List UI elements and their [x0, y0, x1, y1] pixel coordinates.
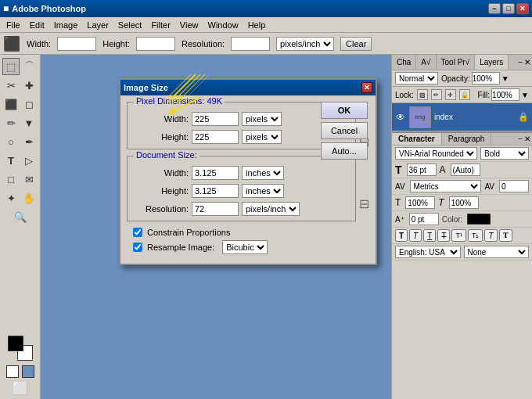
- italic-button[interactable]: T: [409, 229, 422, 242]
- blend-mode-select[interactable]: Normal: [395, 72, 438, 84]
- zoom-tool[interactable]: 🔍: [12, 208, 29, 225]
- lock-image-icon[interactable]: ✏: [431, 89, 442, 100]
- menu-image[interactable]: Image: [49, 20, 83, 31]
- layer-row[interactable]: 👁 img index 🔒: [392, 103, 532, 131]
- doc-resolution-input[interactable]: [192, 202, 239, 216]
- faux-italic-button[interactable]: T: [484, 229, 497, 242]
- faux-bold-button[interactable]: 𝐓: [499, 229, 512, 242]
- crop-tool[interactable]: ✂: [2, 77, 20, 94]
- dialog-close-button[interactable]: ✕: [361, 82, 372, 93]
- leading-input[interactable]: [451, 164, 480, 176]
- resolution-unit-select[interactable]: pixels/inch: [276, 37, 334, 51]
- foreground-color[interactable]: [8, 336, 23, 351]
- baseline-row: A⁺ Color:: [392, 211, 532, 228]
- healing-tool[interactable]: ✚: [20, 77, 38, 94]
- hand-tool[interactable]: ✋: [20, 189, 38, 207]
- minimize-button[interactable]: −: [488, 3, 501, 14]
- stamp-tool[interactable]: ⬛: [2, 95, 20, 113]
- menu-edit[interactable]: Edit: [25, 20, 49, 31]
- height-input[interactable]: [136, 37, 175, 51]
- resample-method-select[interactable]: Bicubic: [222, 240, 268, 254]
- rectangle-tool[interactable]: □: [2, 171, 20, 188]
- char-panel-close[interactable]: ✕: [524, 135, 530, 143]
- menu-help[interactable]: Help: [243, 20, 271, 31]
- opacity-arrow[interactable]: ▼: [501, 74, 509, 83]
- pixel-width-unit[interactable]: pixels: [242, 112, 282, 126]
- kerning-select[interactable]: Metrics: [410, 180, 482, 192]
- subscript-button[interactable]: T₁: [468, 229, 483, 242]
- lock-all-icon[interactable]: 🔒: [459, 89, 470, 100]
- width-input[interactable]: [57, 37, 96, 51]
- doc-resolution-unit[interactable]: pixels/inch: [242, 202, 300, 216]
- menu-layer[interactable]: Layer: [82, 20, 113, 31]
- menu-file[interactable]: File: [2, 20, 25, 31]
- horizontal-scale-input[interactable]: [405, 196, 435, 209]
- font-family-select[interactable]: VNi-Arial Rounded: [395, 147, 477, 160]
- font-size-row: T A: [392, 162, 532, 178]
- ok-button[interactable]: OK: [321, 102, 368, 119]
- doc-height-input[interactable]: [192, 184, 239, 198]
- tab-channels[interactable]: Cha: [392, 55, 416, 70]
- menu-filter[interactable]: Filter: [146, 20, 174, 31]
- tool-preset-picker[interactable]: ⬛: [3, 35, 20, 52]
- full-screen-mode[interactable]: ⬜: [13, 381, 28, 396]
- font-size-input[interactable]: [407, 164, 437, 176]
- doc-width-unit[interactable]: inches: [242, 166, 284, 180]
- lasso-tool[interactable]: ⌒: [20, 58, 38, 75]
- font-style-select[interactable]: Bold: [480, 147, 529, 160]
- lock-transparent-icon[interactable]: ▨: [417, 89, 428, 100]
- lock-position-icon[interactable]: ✛: [445, 89, 456, 100]
- clear-button[interactable]: Clear: [340, 37, 372, 51]
- layer-visibility-icon[interactable]: 👁: [395, 112, 406, 123]
- tab-paragraph[interactable]: Paragraph: [442, 133, 492, 145]
- menu-view[interactable]: View: [175, 20, 203, 31]
- auto-button[interactable]: Auto...: [321, 142, 368, 160]
- pixel-width-input[interactable]: [192, 112, 239, 126]
- resolution-input[interactable]: [231, 37, 270, 51]
- opacity-input[interactable]: [472, 72, 500, 84]
- marquee-tool[interactable]: ⬚: [2, 58, 20, 75]
- type-tool[interactable]: T: [2, 152, 20, 169]
- strikethrough-button[interactable]: T: [437, 229, 450, 242]
- tab-tool-presets[interactable]: Tool Pr√: [437, 55, 476, 70]
- pen-tool[interactable]: ✒: [20, 133, 38, 150]
- superscript-button[interactable]: T¹: [451, 229, 466, 242]
- tab-actions[interactable]: A√: [416, 55, 436, 70]
- eraser-tool[interactable]: ◻: [20, 95, 38, 113]
- aa-select[interactable]: None: [464, 246, 530, 258]
- panel-minimize-icon[interactable]: −: [518, 58, 523, 66]
- vertical-scale-input[interactable]: [449, 196, 479, 209]
- pixel-height-input[interactable]: [192, 130, 239, 144]
- char-panel-minimize[interactable]: −: [518, 135, 523, 143]
- tab-layers[interactable]: Layers: [475, 55, 509, 70]
- path-tool[interactable]: ▷: [20, 152, 38, 169]
- menu-window[interactable]: Window: [203, 20, 243, 31]
- fg-bg-colors[interactable]: [8, 336, 33, 361]
- maximize-button[interactable]: □: [502, 3, 515, 14]
- tab-character[interactable]: Character: [392, 133, 442, 145]
- color-swatch[interactable]: [467, 214, 491, 225]
- pixel-height-unit[interactable]: pixels: [242, 130, 282, 144]
- fill-arrow[interactable]: ▼: [521, 91, 529, 99]
- options-bar: ⬛ Width: Height: Resolution: pixels/inch…: [0, 33, 532, 55]
- eyedropper-tool[interactable]: ✦: [2, 189, 20, 207]
- menu-select[interactable]: Select: [113, 20, 147, 31]
- close-button[interactable]: ✕: [516, 3, 529, 14]
- underline-button[interactable]: T: [423, 229, 436, 242]
- paint-bucket-tool[interactable]: ▼: [20, 114, 38, 131]
- panel-close-icon[interactable]: ✕: [524, 58, 530, 66]
- brush-tool[interactable]: ✏: [2, 114, 20, 131]
- baseline-input[interactable]: [409, 213, 439, 225]
- notes-tool[interactable]: ✉: [20, 171, 38, 188]
- doc-width-input[interactable]: [192, 166, 239, 180]
- resample-image-checkbox[interactable]: [133, 243, 142, 252]
- language-select[interactable]: English: USA: [395, 246, 461, 258]
- doc-height-unit[interactable]: inches: [242, 184, 284, 198]
- constrain-proportions-checkbox[interactable]: [133, 228, 142, 237]
- tracking-input[interactable]: [499, 180, 529, 192]
- bold-button[interactable]: T: [395, 229, 408, 242]
- cancel-button[interactable]: Cancel: [321, 122, 368, 139]
- eyedropper-tools: ✦ ✋: [2, 189, 38, 207]
- dodge-tool[interactable]: ○: [2, 133, 20, 150]
- fill-input[interactable]: [491, 88, 519, 101]
